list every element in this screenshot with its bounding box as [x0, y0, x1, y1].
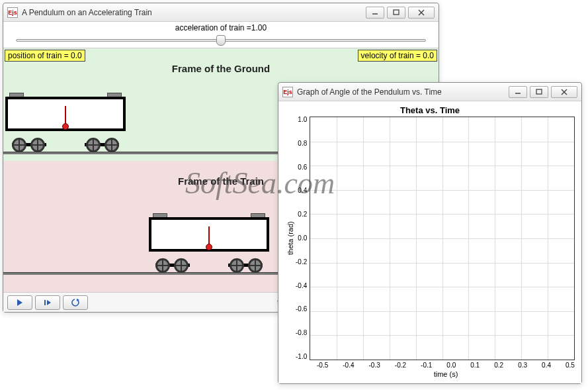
xtick-label: 0.5	[566, 362, 575, 369]
graph-window: Ejs Graph of Angle of the Pendulum vs. T…	[278, 82, 582, 384]
reset-icon	[71, 299, 80, 307]
close-button[interactable]	[408, 7, 435, 19]
minimize-button[interactable]	[366, 7, 384, 19]
ytick-label: 0.6	[298, 164, 307, 171]
xtick-label: -0.4	[343, 362, 354, 369]
svg-rect-1	[394, 10, 399, 15]
gridline	[495, 117, 495, 360]
velocity-status: velocity of train = 0.0	[358, 50, 437, 62]
slider-thumb[interactable]	[216, 35, 226, 46]
wheel-icon	[174, 258, 189, 273]
svg-rect-5	[44, 300, 46, 305]
wheel-icon	[30, 138, 45, 152]
xtick-label: -0.3	[369, 362, 380, 369]
main-title: A Pendulum on an Accelerating Train	[22, 8, 366, 17]
ytick-label: 0.2	[298, 211, 307, 218]
pendulum-string	[208, 226, 210, 245]
xtick-label: -0.5	[317, 362, 328, 369]
wheel-icon	[12, 138, 26, 152]
train-car-body	[149, 217, 269, 252]
app-icon: Ejs	[7, 7, 18, 18]
pendulum-bob-icon	[62, 123, 69, 130]
gridline	[548, 117, 548, 360]
chart-ylabel: theta (rad)	[285, 117, 296, 360]
wheel-icon	[86, 138, 101, 152]
xtick-label: 0.3	[518, 362, 527, 369]
ytick-label: 0.8	[298, 140, 307, 147]
xtick-label: 0.0	[446, 362, 456, 369]
gridline	[442, 117, 443, 360]
chart-xaxis-ticks: -0.5-0.4-0.3-0.2-0.10.00.10.20.30.40.5	[317, 362, 575, 369]
gridline	[521, 117, 522, 360]
ytick-label: -0.4	[296, 283, 307, 289]
train-frame-train	[149, 213, 269, 273]
ytick-label: -0.6	[296, 306, 307, 313]
train-car-body	[5, 97, 126, 131]
gridline	[416, 117, 417, 360]
xtick-label: -0.2	[395, 362, 406, 369]
pendulum-string	[65, 106, 66, 124]
graph-title: Graph of Angle of the Pendulum vs. Time	[297, 87, 509, 97]
chart-title: Theta vs. Time	[285, 105, 575, 115]
reset-button[interactable]	[63, 295, 88, 310]
step-icon	[44, 299, 52, 307]
ytick-label: -1.0	[296, 354, 307, 360]
chart-area: Theta vs. Time theta (rad) 1.00.80.60.40…	[278, 101, 581, 383]
minimize-button[interactable]	[509, 86, 527, 98]
maximize-button[interactable]	[530, 86, 548, 98]
chart-xlabel: time (s)	[317, 370, 575, 378]
play-icon	[17, 299, 23, 307]
ytick-label: 0.0	[298, 235, 307, 242]
xtick-label: -0.1	[421, 362, 432, 369]
acceleration-label: acceleration of train =1.00	[175, 23, 267, 32]
chart-yaxis-ticks: 1.00.80.60.40.20.0-0.2-0.4-0.6-0.8-1.0	[296, 117, 310, 360]
svg-marker-4	[17, 299, 22, 306]
xtick-label: 0.2	[494, 362, 503, 369]
svg-marker-6	[47, 300, 51, 305]
position-status: position of train = 0.0	[5, 50, 85, 62]
play-button[interactable]	[7, 295, 32, 310]
acceleration-panel: acceleration of train =1.00	[3, 22, 439, 48]
pendulum-bob-icon	[206, 244, 212, 250]
ytick-label: -0.2	[296, 259, 307, 266]
gridline	[363, 117, 364, 360]
gridline	[468, 117, 469, 360]
svg-rect-9	[536, 89, 542, 94]
gridline	[390, 117, 390, 360]
gridline	[337, 117, 337, 360]
app-icon: Ejs	[282, 87, 293, 97]
ytick-label: 0.4	[298, 187, 307, 194]
close-button[interactable]	[551, 86, 577, 98]
wheel-icon	[230, 258, 244, 273]
ground-frame-title: Frame of the Ground	[3, 63, 439, 74]
wheel-icon	[105, 138, 119, 152]
maximize-button[interactable]	[387, 7, 405, 19]
acceleration-slider[interactable]	[16, 34, 426, 47]
graph-titlebar[interactable]: Ejs Graph of Angle of the Pendulum vs. T…	[278, 83, 581, 101]
wheel-icon	[248, 258, 263, 273]
ytick-label: -0.8	[296, 330, 307, 336]
main-titlebar[interactable]: Ejs A Pendulum on an Accelerating Train	[3, 3, 439, 22]
wheel-icon	[155, 258, 170, 273]
xtick-label: 0.1	[470, 362, 480, 369]
ytick-label: 1.0	[298, 117, 307, 123]
xtick-label: 0.4	[542, 362, 551, 369]
ground-train	[5, 93, 126, 152]
chart-plot[interactable]	[310, 117, 575, 360]
step-button[interactable]	[35, 295, 60, 310]
